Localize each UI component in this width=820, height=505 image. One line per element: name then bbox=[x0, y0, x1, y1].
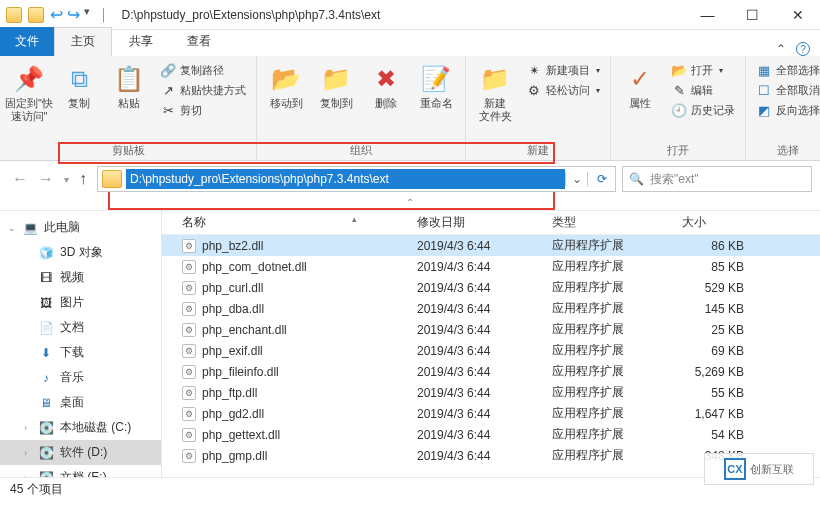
paste-icon: 📋 bbox=[113, 63, 145, 95]
rename-icon: 📝 bbox=[420, 63, 452, 95]
ribbon-group-organize: 📂移动到 📁复制到 ✖删除 📝重命名 组织 bbox=[257, 56, 466, 160]
path-icon: 🔗 bbox=[160, 62, 176, 78]
address-bar[interactable]: D:\phpstudy_pro\Extensions\php\php7.3.4n… bbox=[97, 166, 616, 192]
copy-to-button[interactable]: 📁复制到 bbox=[313, 59, 359, 110]
up-button[interactable]: ↑ bbox=[79, 170, 87, 188]
pc-icon: 💻 bbox=[22, 220, 38, 236]
file-type: 应用程序扩展 bbox=[552, 321, 682, 338]
delete-button[interactable]: ✖删除 bbox=[363, 59, 409, 110]
file-size: 69 KB bbox=[682, 344, 744, 358]
caret-down-icon[interactable]: ▾ bbox=[84, 5, 90, 24]
file-row[interactable]: ⚙php_dba.dll2019/4/3 6:44应用程序扩展145 KB bbox=[162, 298, 820, 319]
file-name: php_enchant.dll bbox=[202, 323, 287, 337]
ribbon-collapse-icon[interactable]: ⌃ bbox=[776, 42, 786, 56]
file-row[interactable]: ⚙php_bz2.dll2019/4/3 6:44应用程序扩展86 KB bbox=[162, 235, 820, 256]
tab-file[interactable]: 文件 bbox=[0, 27, 54, 56]
easy-access-button[interactable]: ⚙轻松访问▾ bbox=[522, 81, 604, 99]
nav-drive-c[interactable]: ›💽本地磁盘 (C:) bbox=[0, 415, 161, 440]
easy-access-icon: ⚙ bbox=[526, 82, 542, 98]
nav-music[interactable]: ♪音乐 bbox=[0, 365, 161, 390]
help-icon[interactable]: ? bbox=[796, 42, 810, 56]
address-caret-icon[interactable]: ⌄ bbox=[565, 172, 587, 186]
nav-drive-e[interactable]: ›💽文档 (E:) bbox=[0, 465, 161, 477]
file-row[interactable]: ⚙php_fileinfo.dll2019/4/3 6:44应用程序扩展5,26… bbox=[162, 361, 820, 382]
file-row[interactable]: ⚙php_exif.dll2019/4/3 6:44应用程序扩展69 KB bbox=[162, 340, 820, 361]
move-to-button[interactable]: 📂移动到 bbox=[263, 59, 309, 110]
back-button[interactable]: ← bbox=[12, 170, 28, 188]
close-button[interactable]: ✕ bbox=[775, 0, 820, 30]
refresh-button[interactable]: ⟳ bbox=[587, 172, 615, 186]
minimize-button[interactable]: — bbox=[685, 0, 730, 30]
copy-button[interactable]: ⧉ 复制 bbox=[56, 59, 102, 110]
group-label: 选择 bbox=[777, 141, 799, 160]
tab-view[interactable]: 查看 bbox=[170, 27, 228, 56]
collapse-row[interactable]: ⌃ bbox=[0, 197, 820, 211]
search-input[interactable]: 🔍 搜索"ext" bbox=[622, 166, 812, 192]
drive-icon: 💽 bbox=[38, 470, 54, 478]
file-date: 2019/4/3 6:44 bbox=[417, 386, 552, 400]
file-type: 应用程序扩展 bbox=[552, 279, 682, 296]
maximize-button[interactable]: ☐ bbox=[730, 0, 775, 30]
nav-drive-d[interactable]: ›💽软件 (D:) bbox=[0, 440, 161, 465]
rename-button[interactable]: 📝重命名 bbox=[413, 59, 459, 110]
redo-icon[interactable]: ↪ bbox=[67, 5, 80, 24]
copy-path-button[interactable]: 🔗复制路径 bbox=[156, 61, 250, 79]
file-date: 2019/4/3 6:44 bbox=[417, 449, 552, 463]
cut-button[interactable]: ✂剪切 bbox=[156, 101, 250, 119]
file-date: 2019/4/3 6:44 bbox=[417, 407, 552, 421]
ribbon: 📌 固定到"快 速访问" ⧉ 复制 📋 粘贴 🔗复制路径 ↗粘贴快捷方式 ✂剪切… bbox=[0, 56, 820, 161]
file-row[interactable]: ⚙php_gd2.dll2019/4/3 6:44应用程序扩展1,647 KB bbox=[162, 403, 820, 424]
file-type: 应用程序扩展 bbox=[552, 258, 682, 275]
header-size[interactable]: 大小 bbox=[682, 214, 760, 231]
ribbon-tabs: 文件 主页 共享 查看 ⌃ ? bbox=[0, 30, 820, 56]
undo-icon[interactable]: ↩ bbox=[50, 5, 63, 24]
file-list-area: 名称▴ 修改日期 类型 大小 ⚙php_bz2.dll2019/4/3 6:44… bbox=[162, 211, 820, 477]
file-row[interactable]: ⚙php_gettext.dll2019/4/3 6:44应用程序扩展54 KB bbox=[162, 424, 820, 445]
move-icon: 📂 bbox=[270, 63, 302, 95]
new-folder-icon: 📁 bbox=[479, 63, 511, 95]
header-type[interactable]: 类型 bbox=[552, 214, 682, 231]
pictures-icon: 🖼 bbox=[38, 295, 54, 311]
new-folder-button[interactable]: 📁新建 文件夹 bbox=[472, 59, 518, 123]
edit-button[interactable]: ✎编辑 bbox=[667, 81, 739, 99]
tab-share[interactable]: 共享 bbox=[112, 27, 170, 56]
header-date[interactable]: 修改日期 bbox=[417, 214, 552, 231]
file-row[interactable]: ⚙php_enchant.dll2019/4/3 6:44应用程序扩展25 KB bbox=[162, 319, 820, 340]
nav-downloads[interactable]: ⬇下载 bbox=[0, 340, 161, 365]
ribbon-group-clipboard: 📌 固定到"快 速访问" ⧉ 复制 📋 粘贴 🔗复制路径 ↗粘贴快捷方式 ✂剪切… bbox=[0, 56, 257, 160]
file-type: 应用程序扩展 bbox=[552, 384, 682, 401]
header-name[interactable]: 名称▴ bbox=[162, 214, 417, 231]
tab-home[interactable]: 主页 bbox=[54, 27, 112, 56]
invert-selection-button[interactable]: ◩反向选择 bbox=[752, 101, 820, 119]
nav-pictures[interactable]: 🖼图片 bbox=[0, 290, 161, 315]
select-none-button[interactable]: ☐全部取消 bbox=[752, 81, 820, 99]
desktop-icon: 🖥 bbox=[38, 395, 54, 411]
paste-button[interactable]: 📋 粘贴 bbox=[106, 59, 152, 110]
forward-button[interactable]: → bbox=[38, 170, 54, 188]
select-all-button[interactable]: ▦全部选择 bbox=[752, 61, 820, 79]
nav-3d-objects[interactable]: 🧊3D 对象 bbox=[0, 240, 161, 265]
nav-this-pc[interactable]: ⌄💻此电脑 bbox=[0, 215, 161, 240]
nav-documents[interactable]: 📄文档 bbox=[0, 315, 161, 340]
file-name: php_curl.dll bbox=[202, 281, 263, 295]
file-row[interactable]: ⚙php_curl.dll2019/4/3 6:44应用程序扩展529 KB bbox=[162, 277, 820, 298]
open-button[interactable]: 📂打开▾ bbox=[667, 61, 739, 79]
file-row[interactable]: ⚙php_ftp.dll2019/4/3 6:44应用程序扩展55 KB bbox=[162, 382, 820, 403]
file-date: 2019/4/3 6:44 bbox=[417, 365, 552, 379]
search-icon: 🔍 bbox=[629, 172, 644, 186]
new-item-button[interactable]: ✴新建项目▾ bbox=[522, 61, 604, 79]
history-button[interactable]: 🕘历史记录 bbox=[667, 101, 739, 119]
address-path[interactable]: D:\phpstudy_pro\Extensions\php\php7.3.4n… bbox=[126, 169, 565, 189]
divider: │ bbox=[96, 8, 112, 22]
paste-shortcut-button[interactable]: ↗粘贴快捷方式 bbox=[156, 81, 250, 99]
file-date: 2019/4/3 6:44 bbox=[417, 428, 552, 442]
dll-file-icon: ⚙ bbox=[182, 239, 196, 253]
watermark: CX 创新互联 bbox=[704, 453, 814, 485]
nav-videos[interactable]: 🎞视频 bbox=[0, 265, 161, 290]
pin-button[interactable]: 📌 固定到"快 速访问" bbox=[6, 59, 52, 123]
history-icon: 🕘 bbox=[671, 102, 687, 118]
properties-button[interactable]: ✓属性 bbox=[617, 59, 663, 110]
file-row[interactable]: ⚙php_com_dotnet.dll2019/4/3 6:44应用程序扩展85… bbox=[162, 256, 820, 277]
nav-desktop[interactable]: 🖥桌面 bbox=[0, 390, 161, 415]
recent-caret-icon[interactable]: ▾ bbox=[64, 174, 69, 185]
